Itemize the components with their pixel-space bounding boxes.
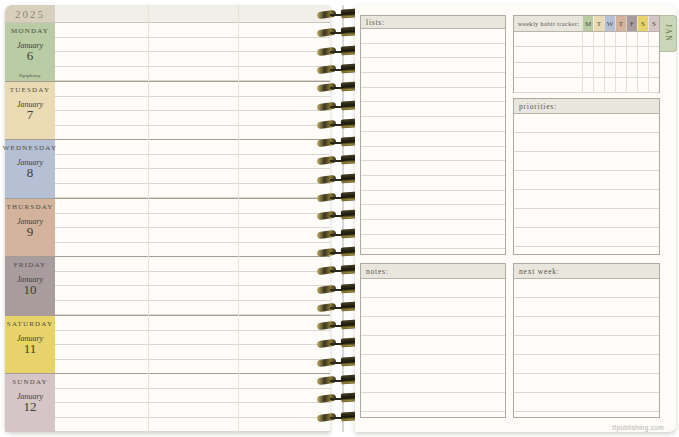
day-writing-area [55, 82, 330, 140]
tracker-day-letter: S [637, 16, 648, 31]
lists-header: lists: [361, 16, 505, 29]
month-tab-jan: JAN [660, 15, 677, 52]
day-name: MONDAY [11, 27, 49, 35]
next-week-writing-area [514, 279, 659, 418]
spiral-coil [316, 301, 358, 313]
day-name: THURSDAY [6, 203, 53, 211]
next-week-header: next week: [514, 264, 659, 279]
spiral-coil [316, 228, 358, 240]
priorities-writing-area [514, 114, 659, 255]
tracker-grid-column [604, 32, 615, 93]
spiral-coil [316, 392, 358, 404]
tracker-day-letter: W [604, 16, 615, 31]
spiral-coil [316, 63, 358, 75]
tracker-day-letter: F [626, 16, 637, 31]
day-holiday: Epiphany [19, 73, 41, 78]
day-number: 8 [27, 167, 34, 179]
day-number: 9 [27, 226, 34, 238]
day-writing-area [55, 374, 330, 432]
day-row: SUNDAY January 12 [5, 374, 330, 432]
day-writing-area [55, 23, 330, 81]
day-name: SUNDAY [12, 378, 48, 386]
day-writing-area [55, 199, 330, 257]
priorities-label: priorities: [519, 102, 557, 111]
spiral-coil [316, 81, 358, 93]
spiral-coil [316, 154, 358, 166]
watermark-text: tfpublishing.com [612, 424, 664, 431]
notes-label: notes: [366, 267, 389, 276]
notes-header: notes: [361, 264, 505, 279]
day-row: WEDNESDAY January 8 [5, 140, 330, 199]
tracker-day-letter: M [582, 16, 593, 31]
year-cell: 2025 [5, 5, 55, 22]
tracker-grid-column [637, 32, 648, 93]
planner-spread: 2025 MONDAY January 6 Epiphany TUESDAY J… [0, 0, 679, 437]
tracker-day-letter: T [593, 16, 604, 31]
day-number: 6 [27, 50, 34, 62]
day-writing-area [55, 316, 330, 374]
spiral-coil [316, 319, 358, 331]
day-label-cell: MONDAY January 6 Epiphany [5, 23, 55, 81]
habit-tracker-label: weekly habit tracker: [518, 20, 580, 27]
next-week-section: next week: [513, 263, 660, 418]
day-label-cell: TUESDAY January 7 [5, 82, 55, 140]
tracker-day-letters: MTWTFSS [582, 16, 659, 31]
spiral-coil [316, 8, 358, 20]
year-label: 2025 [15, 8, 45, 20]
day-writing-area [55, 257, 330, 315]
month-tab-label: JAN [664, 24, 673, 42]
spiral-coil [316, 283, 358, 295]
left-page: 2025 MONDAY January 6 Epiphany TUESDAY J… [5, 5, 330, 432]
habit-tracker-section: weekly habit tracker: MTWTFSS [513, 15, 660, 93]
tracker-day-letter: T [615, 16, 626, 31]
day-writing-area [55, 140, 330, 198]
column-divider [238, 5, 239, 432]
day-rows: MONDAY January 6 Epiphany TUESDAY Januar… [5, 23, 330, 432]
spiral-coil [316, 118, 358, 130]
day-label-cell: FRIDAY January 10 [5, 257, 55, 315]
year-band: 2025 [5, 5, 330, 23]
day-row: MONDAY January 6 Epiphany [5, 23, 330, 82]
day-label-cell: THURSDAY January 9 [5, 199, 55, 257]
day-row: SATURDAY January 11 [5, 316, 330, 375]
day-number: 10 [24, 284, 37, 296]
spiral-coil [316, 173, 358, 185]
habit-tracker-title-cell: weekly habit tracker: [514, 16, 582, 31]
day-number: 12 [24, 401, 37, 413]
day-number: 11 [24, 343, 37, 355]
tracker-grid-column [582, 32, 593, 93]
spiral-coil [316, 45, 358, 57]
day-name: FRIDAY [14, 261, 47, 269]
day-label-cell: WEDNESDAY January 8 [5, 140, 55, 198]
day-name: WEDNESDAY [3, 144, 58, 152]
notes-writing-area [361, 279, 505, 418]
tracker-grid-column [648, 32, 659, 93]
lists-label: lists: [366, 18, 385, 27]
spiral-binding [316, 0, 360, 437]
notes-section: notes: [360, 263, 506, 418]
tracker-day-letter: S [648, 16, 659, 31]
spiral-coil [316, 100, 358, 112]
spiral-coil [316, 246, 358, 258]
spiral-coil [316, 264, 358, 276]
day-row: FRIDAY January 10 [5, 257, 330, 316]
tracker-grid-columns [582, 32, 659, 93]
habit-tracker-header: weekly habit tracker: MTWTFSS [514, 16, 659, 32]
priorities-header: priorities: [514, 99, 659, 114]
spiral-coil [316, 374, 358, 386]
lists-section: lists: [360, 15, 506, 255]
spiral-coil [316, 191, 358, 203]
column-divider [148, 5, 149, 432]
day-name: TUESDAY [10, 86, 50, 94]
day-row: THURSDAY January 9 [5, 199, 330, 258]
right-page: lists: weekly habit tracker: MTWTFSS pri… [355, 5, 676, 432]
day-label-cell: SATURDAY January 11 [5, 316, 55, 374]
priorities-section: priorities: [513, 98, 660, 255]
day-row: TUESDAY January 7 [5, 82, 330, 141]
tracker-grid-column [615, 32, 626, 93]
spiral-coil [316, 136, 358, 148]
habit-tracker-grid [514, 32, 659, 93]
lists-writing-area [361, 29, 505, 255]
next-week-label: next week: [519, 267, 560, 276]
day-label-cell: SUNDAY January 12 [5, 374, 55, 432]
